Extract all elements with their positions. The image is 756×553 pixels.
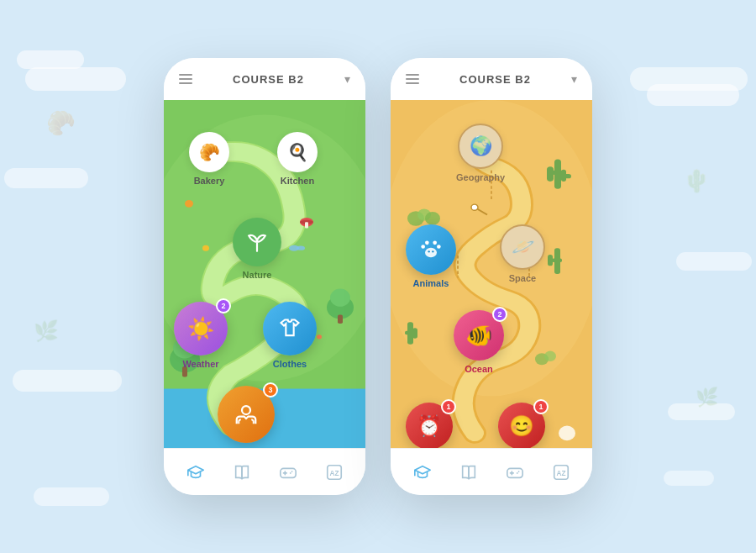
node-weather[interactable]: ☀️ 2 Weather — [174, 302, 228, 369]
node-time[interactable]: ⏰ 1 Time — [406, 403, 453, 448]
node-animals[interactable]: Animals — [406, 224, 456, 288]
node-space-label: Space — [509, 273, 536, 283]
chevron-right[interactable]: ▾ — [571, 72, 577, 86]
phone-left-content: 🥐 Bakery 🍳 Kitchen Nature — [164, 100, 365, 448]
node-animals-label: Animals — [413, 278, 449, 288]
svg-point-52 — [425, 248, 437, 258]
ocean-badge: 2 — [492, 307, 507, 322]
node-bakery[interactable]: 🥐 Bakery — [189, 132, 229, 186]
phone-right-nav: AZ — [391, 448, 592, 495]
svg-rect-8 — [338, 314, 343, 324]
node-family-label: Family — [232, 446, 261, 448]
family-badge: 3 — [263, 382, 278, 398]
course-title-right: COURSE B2 — [459, 73, 531, 86]
time-badge: 1 — [441, 399, 456, 414]
svg-rect-28 — [547, 166, 554, 182]
phones-container: COURSE B2 ▾ — [164, 58, 592, 495]
svg-rect-55 — [507, 468, 522, 477]
svg-text:AZ: AZ — [556, 469, 565, 477]
node-kitchen[interactable]: 🍳 Kitchen — [277, 132, 318, 186]
node-geography[interactable]: 🌍 Geography — [456, 124, 505, 182]
svg-point-18 — [242, 406, 250, 414]
node-ocean-label: Ocean — [465, 364, 493, 374]
svg-point-53 — [428, 250, 430, 252]
nav-learn-right[interactable] — [407, 457, 438, 487]
nav-book-left[interactable] — [227, 457, 257, 487]
phone-right-header: COURSE B2 ▾ — [391, 58, 592, 100]
menu-button-left[interactable] — [179, 74, 192, 84]
weather-badge: 2 — [216, 298, 231, 313]
course-title-left: COURSE B2 — [233, 73, 304, 86]
node-nature[interactable]: Nature — [233, 218, 281, 280]
nav-learn-left[interactable] — [181, 457, 211, 487]
svg-point-21 — [291, 471, 292, 472]
node-space[interactable]: 🪐 Space — [500, 224, 545, 283]
svg-point-20 — [289, 472, 291, 474]
node-geography-label: Geography — [456, 172, 505, 182]
svg-rect-19 — [280, 468, 295, 477]
svg-point-57 — [517, 471, 519, 472]
svg-point-14 — [185, 200, 193, 208]
nav-game-left[interactable] — [273, 457, 303, 487]
phone-right: COURSE B2 ▾ — [391, 58, 592, 495]
nav-game-right[interactable] — [500, 457, 530, 487]
nav-book-right[interactable] — [454, 457, 484, 487]
svg-point-39 — [425, 212, 440, 225]
menu-button-right[interactable] — [406, 74, 419, 84]
svg-point-13 — [317, 334, 322, 339]
node-mood[interactable]: 😊 1 Mood — [498, 403, 545, 448]
svg-rect-33 — [548, 255, 553, 266]
node-weather-label: Weather — [182, 359, 218, 369]
svg-rect-32 — [552, 259, 562, 262]
svg-point-7 — [330, 289, 350, 307]
node-clothes[interactable]: Clothes — [263, 302, 317, 369]
node-kitchen-label: Kitchen — [281, 176, 314, 186]
svg-rect-36 — [412, 328, 417, 338]
node-nature-label: Nature — [243, 270, 272, 280]
svg-point-56 — [516, 472, 517, 474]
svg-point-12 — [202, 245, 209, 251]
svg-rect-11 — [305, 222, 308, 228]
phone-right-content: 🌍 Geography Animals — [391, 100, 592, 448]
svg-point-50 — [421, 245, 425, 249]
node-bakery-label: Bakery — [194, 176, 225, 186]
node-family[interactable]: 3 Family — [218, 386, 275, 448]
svg-rect-30 — [561, 170, 566, 182]
phone-left-header: COURSE B2 ▾ — [164, 58, 365, 100]
svg-point-47 — [471, 204, 478, 210]
nav-az-left[interactable]: AZ — [319, 457, 349, 487]
svg-point-16 — [297, 246, 305, 250]
mood-badge: 1 — [533, 399, 549, 414]
chevron-left[interactable]: ▾ — [344, 72, 350, 86]
svg-text:AZ: AZ — [329, 469, 339, 477]
svg-point-42 — [559, 426, 575, 441]
nav-az-right[interactable]: AZ — [546, 457, 576, 487]
svg-point-41 — [544, 351, 556, 361]
phone-left-nav: AZ — [164, 448, 365, 495]
phone-left: COURSE B2 ▾ — [164, 58, 365, 495]
svg-point-49 — [433, 241, 437, 245]
svg-point-48 — [425, 241, 429, 245]
svg-point-51 — [437, 245, 441, 249]
node-ocean[interactable]: 🐠 2 Ocean — [454, 310, 504, 374]
node-clothes-label: Clothes — [273, 359, 307, 369]
svg-point-54 — [432, 250, 433, 252]
